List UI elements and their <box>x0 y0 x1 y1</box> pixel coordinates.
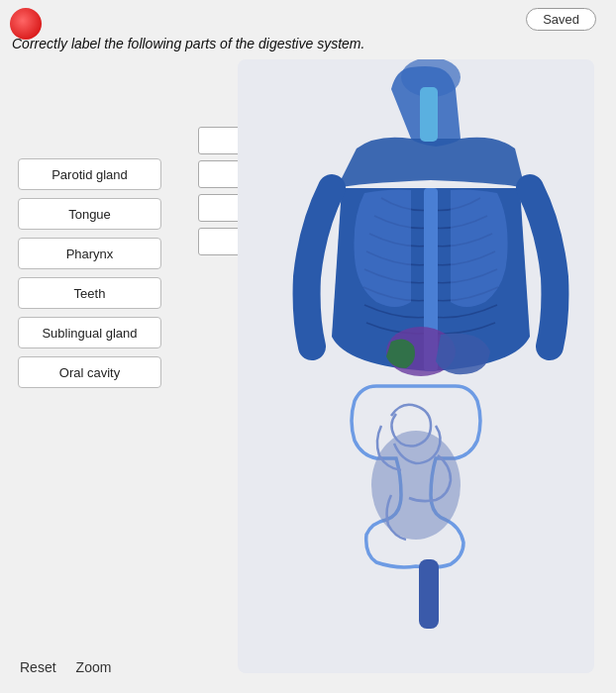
svg-point-12 <box>371 431 461 540</box>
zoom-button[interactable]: Zoom <box>76 659 112 675</box>
instruction-text: Correctly label the following parts of t… <box>12 36 364 51</box>
reset-button[interactable]: Reset <box>20 659 56 675</box>
saved-badge: Saved <box>526 8 596 31</box>
term-teeth[interactable]: Teeth <box>18 277 161 309</box>
body-diagram <box>238 59 594 673</box>
term-pharynx[interactable]: Pharynx <box>18 238 161 269</box>
svg-rect-14 <box>420 87 438 142</box>
diagram-area <box>178 59 594 673</box>
bottom-controls: Reset Zoom <box>20 659 111 675</box>
term-sublingual-gland[interactable]: Sublingual gland <box>18 317 161 348</box>
svg-rect-13 <box>419 559 439 629</box>
term-parotid-gland[interactable]: Parotid gland <box>18 158 161 190</box>
term-tongue[interactable]: Tongue <box>18 198 161 230</box>
terms-panel: Parotid gland Tongue Pharynx Teeth Subli… <box>18 158 161 388</box>
top-bar: Saved <box>526 8 596 31</box>
term-oral-cavity[interactable]: Oral cavity <box>18 356 161 388</box>
